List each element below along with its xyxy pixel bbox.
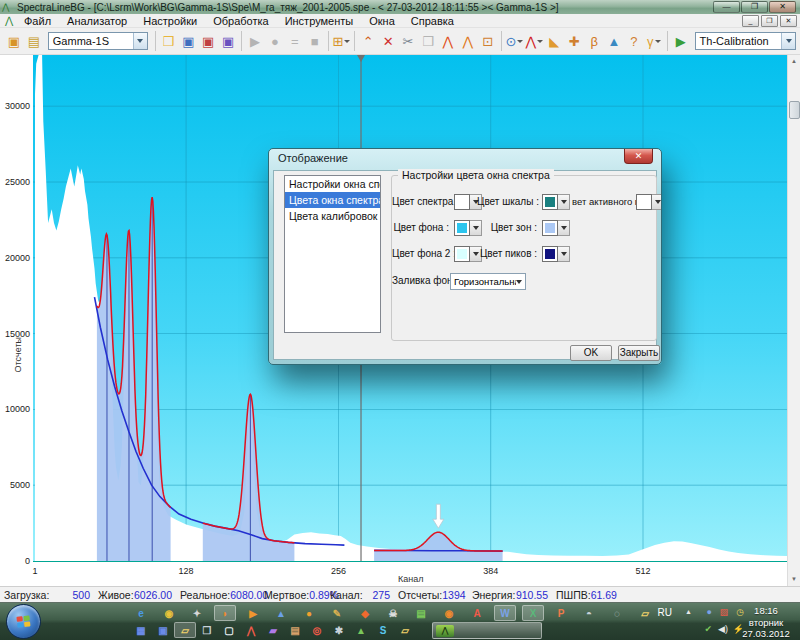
gdrive-icon[interactable]: ▲ xyxy=(270,605,292,621)
peak-index-icon[interactable]: ⋀ xyxy=(458,30,478,52)
dropdown-arrow-icon[interactable] xyxy=(517,40,523,43)
menu-Файл[interactable]: Файл xyxy=(16,14,59,28)
scale-color-swatch[interactable] xyxy=(542,194,558,210)
active-peak-color-dropdown[interactable] xyxy=(652,194,662,210)
chevron-down-icon[interactable] xyxy=(133,33,147,49)
fit-peak-icon[interactable]: ⋀ xyxy=(524,30,544,52)
bat-app-icon[interactable]: ✦ xyxy=(186,605,208,621)
amd-icon[interactable]: ◆ xyxy=(354,605,376,621)
agent-icon[interactable]: ● xyxy=(298,605,320,621)
tray-power-icon[interactable]: ⚡ xyxy=(733,624,744,634)
spectrum-color-swatch[interactable] xyxy=(454,194,470,210)
nuclide-library-icon[interactable]: ▲ xyxy=(604,30,624,52)
tray-shield-icon[interactable]: ✔ xyxy=(704,624,712,634)
maximize-button[interactable]: ❐ xyxy=(741,1,768,13)
settings-category-list[interactable]: Настройки окна спектраЦвета окна спектра… xyxy=(284,175,381,333)
save-app-icon[interactable]: ▣ xyxy=(152,622,174,638)
gear-icon[interactable]: ✱ xyxy=(328,622,350,638)
grid-app-icon[interactable]: ▦ xyxy=(130,622,152,638)
target-app-icon[interactable]: ◎ xyxy=(306,622,328,638)
scroll-up-icon[interactable]: ▲ xyxy=(788,55,800,68)
background2-color-swatch[interactable] xyxy=(454,246,470,262)
settings-list-item[interactable]: Цвета окна спектра xyxy=(285,192,380,208)
zones-color-swatch[interactable] xyxy=(542,220,558,236)
skype-icon[interactable]: S xyxy=(372,622,394,638)
open-file-icon[interactable]: ❒ xyxy=(158,30,178,52)
tray-network-icon[interactable]: ● xyxy=(707,607,712,617)
save-file-icon[interactable]: ▣ xyxy=(178,30,198,52)
ie-icon[interactable]: e xyxy=(130,605,152,621)
save-report-icon[interactable]: ▣ xyxy=(198,30,218,52)
mdi-minimize-button[interactable]: _ xyxy=(742,15,759,27)
menu-Инструменты[interactable]: Инструменты xyxy=(277,14,362,28)
dropdown-arrow-icon[interactable] xyxy=(344,40,350,43)
gamma-analysis-icon[interactable]: γ xyxy=(644,30,664,52)
browser-icon[interactable]: ◌ xyxy=(606,605,628,621)
ok-button[interactable]: OK xyxy=(570,345,612,361)
menu-Настройки[interactable]: Настройки xyxy=(135,14,205,28)
winrar-icon[interactable]: ▤ xyxy=(284,622,306,638)
calibration-combo[interactable]: Th-Calibration xyxy=(695,32,797,50)
peak-single-icon[interactable]: ⋀ xyxy=(438,30,458,52)
active-peak-color-swatch[interactable] xyxy=(636,194,652,210)
tray-expand-icon[interactable]: ▲ xyxy=(685,608,692,615)
window-app-icon[interactable]: ❒ xyxy=(196,622,218,638)
hardware-icon[interactable]: ▣ xyxy=(4,30,24,52)
skull-app-icon[interactable]: ☠ xyxy=(382,605,404,621)
beta-analysis-icon[interactable]: β xyxy=(584,30,604,52)
menu-Справка[interactable]: Справка xyxy=(403,14,462,28)
search-peaks-icon[interactable]: ⊙ xyxy=(505,30,525,52)
mark-region-icon[interactable]: ◣ xyxy=(544,30,564,52)
cut-peak-icon[interactable]: ✂ xyxy=(398,30,418,52)
leaf-app-icon[interactable]: ▲ xyxy=(350,622,372,638)
journal-icon[interactable]: ▤ xyxy=(24,30,44,52)
spectrum-combo[interactable]: Gamma-1S xyxy=(48,32,148,50)
chrome-icon[interactable]: ◉ xyxy=(158,605,180,621)
tray-volume-icon[interactable]: ◀) xyxy=(718,624,728,634)
mdi-close-button[interactable]: ✕ xyxy=(780,15,797,27)
tray-clock-icon[interactable]: ◷ xyxy=(736,607,744,617)
folder-icon[interactable]: ▱ xyxy=(634,605,656,621)
language-indicator[interactable]: RU xyxy=(658,607,672,618)
messenger-icon[interactable]: ◓ xyxy=(578,605,600,621)
settings-list-item[interactable]: Цвета калибровок xyxy=(285,208,380,224)
close-button[interactable]: Закрыть xyxy=(618,345,660,361)
dialog-close-icon[interactable]: ✕ xyxy=(624,149,653,164)
mdi-restore-button[interactable]: ❐ xyxy=(761,15,778,27)
fill-mode-combo[interactable]: Горизонтальная xyxy=(450,273,526,290)
spectrum-window-icon[interactable]: ⊞ xyxy=(331,30,351,52)
explorer-icon[interactable]: ▱ xyxy=(174,622,196,638)
menu-Анализатор[interactable]: Анализатор xyxy=(59,14,135,28)
background-color-swatch[interactable] xyxy=(454,220,470,236)
folder2-icon[interactable]: ▱ xyxy=(394,622,416,638)
minimize-button[interactable]: — xyxy=(713,1,740,13)
marker-peak-icon[interactable]: ⌃ xyxy=(358,30,378,52)
spectrum-app-icon[interactable]: ⋀ xyxy=(240,622,262,638)
tray-alert-icon[interactable]: ▨ xyxy=(719,607,728,617)
taskbar-active-app-button[interactable]: ⋀ xyxy=(432,622,542,639)
editor-icon[interactable]: ✎ xyxy=(326,605,348,621)
powerpoint-icon[interactable]: P xyxy=(550,605,572,621)
pdf-icon[interactable]: A xyxy=(466,605,488,621)
document-icon[interactable]: ▢ xyxy=(218,622,240,638)
identify-peak-icon[interactable]: ? xyxy=(624,30,644,52)
sum-peaks-icon[interactable]: ✚ xyxy=(564,30,584,52)
case-app-icon[interactable]: ▰ xyxy=(262,622,284,638)
scale-color-dropdown[interactable] xyxy=(558,194,570,210)
excel-icon[interactable]: X xyxy=(522,605,544,621)
peaks-color-dropdown[interactable] xyxy=(558,246,570,262)
zones-color-dropdown[interactable] xyxy=(558,220,570,236)
menu-Обработка[interactable]: Обработка xyxy=(205,14,276,28)
scrollbar-thumb[interactable] xyxy=(789,101,800,119)
vertical-scrollbar[interactable]: ▲ ▼ xyxy=(787,55,800,586)
dropdown-arrow-icon[interactable] xyxy=(537,40,543,43)
dropdown-arrow-icon[interactable] xyxy=(655,40,661,43)
start-button[interactable] xyxy=(6,604,41,639)
menu-Окна[interactable]: Окна xyxy=(361,14,403,28)
peak-window-icon[interactable]: ⊡ xyxy=(478,30,498,52)
media-player-icon[interactable]: ▶ xyxy=(242,605,264,621)
taskbar-clock[interactable]: 18:16 вторник 27.03.2012 xyxy=(736,605,796,640)
notes-icon[interactable]: ▤ xyxy=(410,605,432,621)
delete-peak-icon[interactable]: ✕ xyxy=(378,30,398,52)
firefox-icon[interactable]: ◗ xyxy=(214,605,236,621)
